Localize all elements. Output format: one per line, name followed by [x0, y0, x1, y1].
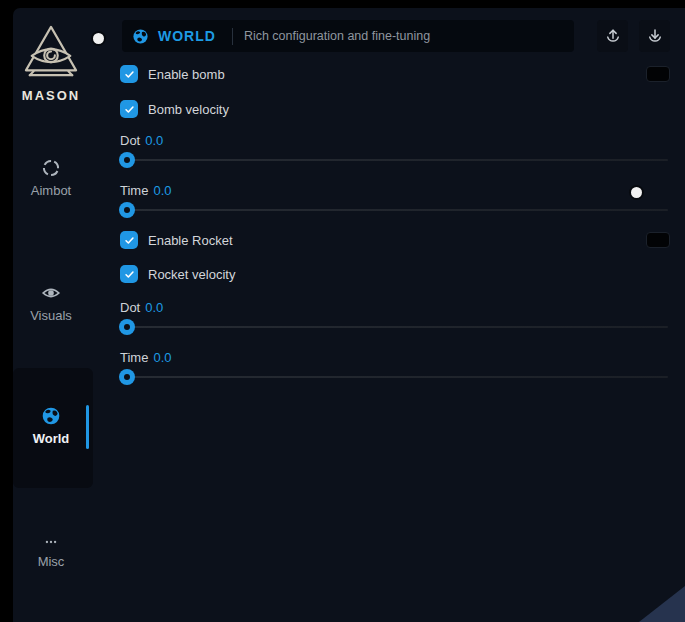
slider-value: 0.0 — [153, 350, 171, 365]
globe-icon — [41, 406, 61, 426]
slider-label: Dot0.0 — [120, 300, 163, 315]
check-icon — [124, 235, 135, 246]
sidebar-item-label: Misc — [38, 554, 65, 569]
enable-rocket-checkbox[interactable] — [120, 231, 138, 249]
rocket-velocity-checkbox[interactable] — [120, 265, 138, 283]
check-icon — [124, 69, 135, 80]
slider-value: 0.0 — [145, 300, 163, 315]
world-settings: Enable bomb Bomb velocity Dot0.0 — [120, 8, 668, 622]
checkbox-label: Enable bomb — [148, 67, 225, 82]
checkbox-label: Rocket velocity — [148, 267, 235, 282]
slider-thumb[interactable] — [119, 202, 135, 218]
sidebar-item-world[interactable]: World — [13, 406, 89, 446]
check-icon — [124, 269, 135, 280]
corner-highlight — [639, 586, 685, 622]
mason-window: MASON Aimbot Visuals — [13, 8, 685, 622]
bomb-dot-slider[interactable] — [120, 152, 668, 168]
sidebar-item-misc[interactable]: Misc — [13, 535, 89, 569]
slider-thumb[interactable] — [119, 152, 135, 168]
ellipsis-icon — [41, 535, 61, 549]
enable-rocket-row: Enable Rocket — [120, 231, 668, 249]
enable-bomb-checkbox[interactable] — [120, 65, 138, 83]
masonic-eye-icon — [20, 24, 82, 80]
slider-label: Time0.0 — [120, 183, 171, 198]
checkbox-label: Enable Rocket — [148, 233, 233, 248]
slider-value: 0.0 — [153, 183, 171, 198]
sidebar: MASON Aimbot Visuals — [13, 8, 120, 622]
bomb-dot-slider-group: Dot0.0 — [120, 133, 668, 169]
slider-value: 0.0 — [145, 133, 163, 148]
slider-track[interactable] — [120, 376, 668, 378]
bomb-velocity-row: Bomb velocity — [120, 100, 668, 118]
cursor-dot — [631, 187, 642, 198]
crosshair-icon — [41, 158, 61, 178]
check-icon — [124, 104, 135, 115]
eye-icon — [41, 283, 61, 303]
slider-name: Time — [120, 183, 148, 198]
screen: MASON Aimbot Visuals — [0, 0, 685, 622]
sidebar-item-label: World — [33, 431, 70, 446]
rocket-velocity-row: Rocket velocity — [120, 265, 668, 283]
slider-label: Dot0.0 — [120, 133, 163, 148]
mason-logo: MASON — [13, 24, 89, 103]
logo-text: MASON — [13, 88, 89, 103]
rocket-time-slider[interactable] — [120, 369, 668, 385]
slider-label: Time0.0 — [120, 350, 171, 365]
cursor-dot — [93, 33, 104, 44]
sidebar-item-label: Aimbot — [31, 183, 71, 198]
rocket-color-swatch[interactable] — [646, 232, 670, 248]
rocket-dot-slider-group: Dot0.0 — [120, 300, 668, 336]
slider-track[interactable] — [120, 326, 668, 328]
enable-bomb-row: Enable bomb — [120, 65, 668, 83]
rocket-dot-slider[interactable] — [120, 319, 668, 335]
bomb-time-slider[interactable] — [120, 202, 668, 218]
sidebar-item-visuals[interactable]: Visuals — [13, 283, 89, 323]
sidebar-item-aimbot[interactable]: Aimbot — [13, 158, 89, 198]
sidebar-item-label: Visuals — [30, 308, 72, 323]
slider-thumb[interactable] — [119, 369, 135, 385]
slider-thumb[interactable] — [119, 319, 135, 335]
rocket-time-slider-group: Time0.0 — [120, 350, 668, 386]
slider-track[interactable] — [120, 209, 668, 211]
bomb-velocity-checkbox[interactable] — [120, 100, 138, 118]
bomb-time-slider-group: Time0.0 — [120, 183, 668, 219]
bomb-color-swatch[interactable] — [646, 66, 670, 82]
slider-name: Time — [120, 350, 148, 365]
slider-track[interactable] — [120, 159, 668, 161]
slider-name: Dot — [120, 300, 140, 315]
slider-name: Dot — [120, 133, 140, 148]
checkbox-label: Bomb velocity — [148, 102, 229, 117]
